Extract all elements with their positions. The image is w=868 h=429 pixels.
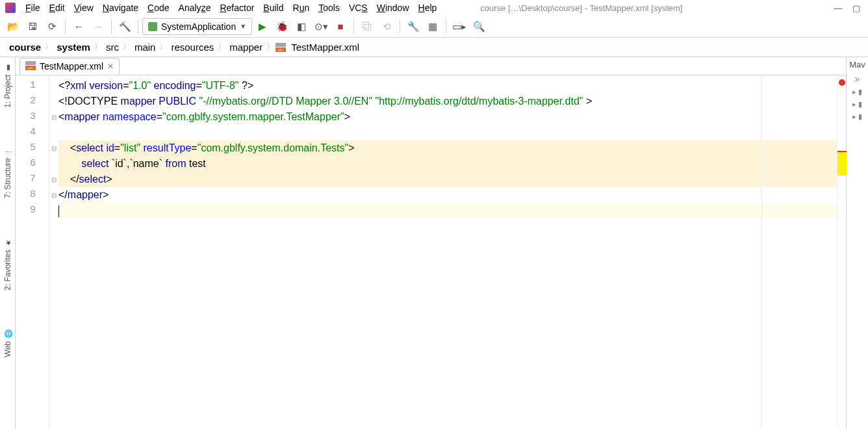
line-number: 2 — [16, 94, 49, 109]
structure-tool-button[interactable]: 7: Structure⋮ — [3, 144, 12, 202]
project-tool-button[interactable]: 1: Project▮ — [3, 60, 12, 112]
menu-file-label: ile — [31, 3, 40, 13]
sync-icon[interactable]: ⟳ — [43, 18, 61, 36]
menu-run-label: n — [304, 3, 309, 13]
fold-empty — [49, 156, 58, 172]
minimize-button[interactable]: — — [829, 3, 847, 13]
editor-tab[interactable]: </> TestMapper.xml ✕ — [19, 58, 120, 75]
build-icon[interactable]: 🔨 — [116, 18, 134, 36]
line-number: 4 — [16, 125, 49, 140]
run-config-label: SystemApplication — [161, 21, 236, 32]
code-line: select `id`,`name` from test — [58, 156, 837, 172]
profile-icon[interactable]: ⊙▾ — [312, 18, 330, 36]
rail-marker[interactable]: ▸ ▮ — [847, 88, 868, 96]
maximize-button[interactable]: ▢ — [847, 3, 865, 13]
coverage-icon[interactable]: ◧ — [292, 18, 311, 36]
structure-icon[interactable]: ▦ — [424, 18, 442, 36]
editor-column: </> TestMapper.xml ✕ 1 2 3 4 5 6 7 8 9 — [16, 57, 846, 429]
web-tool-button[interactable]: Web🌐 — [3, 326, 12, 361]
menu-build-label: uild — [270, 3, 284, 13]
run-configuration-select[interactable]: SystemApplication ▼ — [142, 18, 252, 35]
menu-window-label: indow — [385, 3, 409, 13]
breadcrumb-item[interactable]: main — [132, 42, 159, 53]
menu-help-label: elp — [425, 3, 437, 13]
menu-window[interactable]: Window — [372, 3, 414, 13]
attach-icon[interactable]: ⿻ — [358, 18, 376, 36]
fold-empty — [49, 203, 58, 218]
breadcrumb-item[interactable]: src — [103, 42, 121, 53]
menu-navigate[interactable]: Navigate — [98, 3, 143, 13]
error-indicator-icon[interactable] — [839, 79, 845, 86]
open-icon[interactable]: 📂 — [4, 18, 22, 36]
menu-analyze[interactable]: Analyze — [174, 3, 216, 13]
window-title: course […\Desktop\course] - TestMapper.x… — [441, 3, 829, 13]
fold-toggle-icon[interactable]: ⊟ — [49, 140, 58, 156]
svg-text:</>: </> — [277, 48, 283, 52]
project-icon: ▮ — [3, 64, 12, 72]
xml-file-icon: </> — [275, 43, 286, 52]
code-line: </select> — [58, 172, 837, 187]
rail-marker[interactable]: ▸ ▮ — [847, 112, 868, 121]
chevron-right-icon: 〉 — [216, 42, 227, 53]
menu-refactor[interactable]: Refactor — [215, 3, 259, 13]
code-area[interactable]: <?xml version="1.0" encoding="UTF-8" ?> … — [58, 75, 837, 429]
menu-build[interactable]: Build — [259, 3, 288, 13]
globe-icon: 🌐 — [3, 330, 12, 339]
svg-rect-3 — [25, 61, 36, 65]
rail-marker[interactable]: ▸ ▮ — [847, 100, 868, 109]
menu-run[interactable]: Run — [288, 3, 314, 13]
close-tab-icon[interactable]: ✕ — [107, 62, 114, 71]
menu-bar: File Edit View Navigate Code Analyze Ref… — [0, 0, 868, 16]
fold-empty — [49, 94, 58, 109]
breadcrumb-item[interactable]: resources — [168, 42, 216, 53]
error-stripe[interactable] — [837, 75, 846, 429]
separator — [138, 20, 138, 34]
more-icon[interactable]: » — [855, 73, 860, 84]
separator — [353, 20, 354, 34]
maven-tool-button[interactable]: Mav — [849, 60, 865, 70]
wrench-icon[interactable]: 🔧 — [404, 18, 422, 36]
breadcrumb-item[interactable]: system — [54, 42, 93, 53]
breadcrumb: course〉 system〉 src〉 main〉 resources〉 ma… — [0, 38, 868, 57]
presentation-icon[interactable]: ▭▸ — [450, 18, 468, 36]
menu-help[interactable]: Help — [414, 3, 442, 13]
breadcrumb-item[interactable]: TestMapper.xml — [288, 42, 362, 53]
menu-vcs[interactable]: VCS — [344, 3, 372, 13]
menu-analyze-label: e — [206, 3, 211, 13]
line-number: 9 — [16, 203, 49, 218]
fold-end-icon: ⊟ — [49, 187, 58, 203]
search-icon[interactable]: 🔍 — [470, 18, 488, 36]
svg-rect-0 — [275, 43, 286, 47]
menu-file[interactable]: File — [21, 3, 45, 13]
right-margin-line — [761, 75, 762, 429]
menu-edit[interactable]: Edit — [45, 3, 70, 13]
fold-gutter: ⊟ ⊟ ⊟ ⊟ — [49, 75, 58, 429]
tab-label: TestMapper.xml — [40, 61, 103, 72]
updates-icon[interactable]: ⟲ — [377, 18, 396, 36]
favorites-tool-button[interactable]: 2: Favorites★ — [3, 235, 12, 294]
run-icon[interactable]: ▶ — [253, 18, 272, 36]
menu-view[interactable]: View — [70, 3, 98, 13]
code-line — [58, 125, 837, 140]
favorites-label: 2: Favorites — [3, 250, 12, 291]
code-line-current — [58, 203, 837, 218]
back-icon[interactable]: ← — [70, 18, 88, 36]
chevron-right-icon: 〉 — [265, 42, 275, 53]
menu-edit-label: dit — [55, 3, 65, 13]
app-icon — [5, 3, 16, 13]
spring-boot-icon — [148, 22, 157, 31]
menu-tools[interactable]: Tools — [314, 3, 344, 13]
menu-tools-label: ools — [323, 3, 340, 13]
save-all-icon[interactable]: 🖫 — [23, 18, 42, 36]
debug-icon[interactable]: 🐞 — [273, 18, 291, 36]
stop-icon[interactable]: ■ — [331, 18, 350, 36]
menu-code[interactable]: Code — [143, 3, 173, 13]
breadcrumb-item[interactable]: mapper — [227, 42, 265, 53]
fold-toggle-icon[interactable]: ⊟ — [49, 109, 58, 125]
chevron-right-icon: 〉 — [93, 42, 103, 53]
warning-marker[interactable] — [837, 152, 847, 176]
right-tool-rail: Mav » ▸ ▮ ▸ ▮ ▸ ▮ — [846, 57, 868, 429]
breadcrumb-item[interactable]: course — [6, 42, 44, 53]
menu-navigate-label: avigate — [109, 3, 138, 13]
forward-icon[interactable]: → — [89, 18, 107, 36]
